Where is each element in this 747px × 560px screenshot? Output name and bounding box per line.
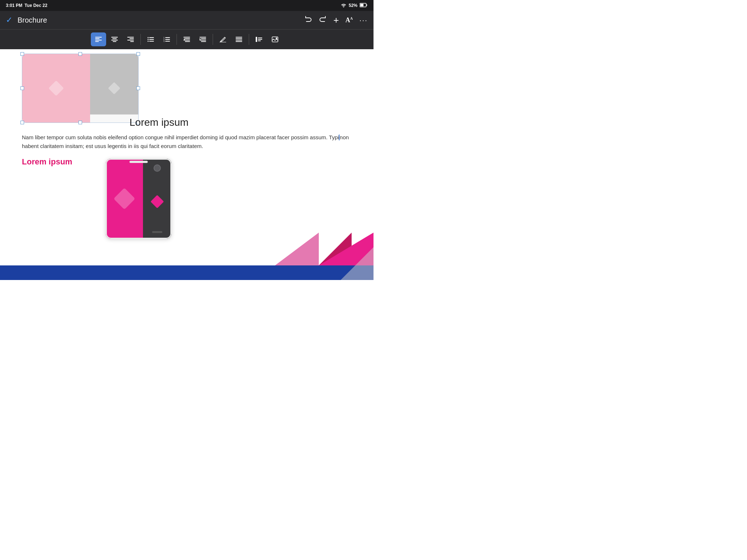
body-text-area[interactable]: Nam liber tempor cum soluta nobis eleife… <box>22 133 352 170</box>
phone-full-display <box>106 159 171 239</box>
svg-rect-10 <box>113 41 116 42</box>
toolbar-separator-3 <box>213 34 213 45</box>
svg-point-15 <box>148 37 149 38</box>
redo-button[interactable] <box>319 15 327 25</box>
image-button[interactable] <box>267 32 283 46</box>
status-left: 3:01 PM Tue Dec 22 <box>6 3 47 8</box>
svg-rect-45 <box>258 40 261 41</box>
toolbar-separator-2 <box>177 34 177 45</box>
svg-rect-20 <box>149 41 154 42</box>
svg-rect-6 <box>95 41 99 42</box>
phone-diamond-icon <box>113 188 135 209</box>
align-center-button[interactable] <box>107 32 122 46</box>
svg-rect-12 <box>129 38 134 39</box>
handle-top-right[interactable] <box>136 52 140 56</box>
body-paragraph: Nam liber tempor cum soluta nobis eleife… <box>22 133 352 151</box>
svg-rect-41 <box>236 41 242 42</box>
svg-rect-24 <box>165 39 170 40</box>
document-area[interactable]: Lorem ipsum Nam liber tempor cum soluta … <box>0 49 374 280</box>
svg-rect-2 <box>367 4 367 6</box>
pen-button[interactable] <box>215 32 231 46</box>
svg-point-47 <box>276 38 277 39</box>
undo-button[interactable] <box>304 15 312 25</box>
phone-speaker <box>152 231 162 233</box>
handle-bottom-left[interactable] <box>20 121 24 124</box>
status-right: 52% <box>341 3 368 8</box>
toolbar-separator-1 <box>140 34 141 45</box>
svg-rect-33 <box>201 38 206 39</box>
status-bar: 3:01 PM Tue Dec 22 52% <box>0 0 374 11</box>
handle-top-left[interactable] <box>20 52 24 56</box>
align-left-button[interactable] <box>91 32 106 46</box>
svg-marker-36 <box>200 38 201 40</box>
svg-rect-1 <box>360 4 364 6</box>
svg-rect-16 <box>149 37 154 38</box>
date: Tue Dec 22 <box>24 3 47 8</box>
svg-point-17 <box>148 39 149 40</box>
toolbar-separator-4 <box>249 34 249 45</box>
svg-rect-5 <box>95 40 102 40</box>
add-button[interactable]: + <box>333 15 339 26</box>
svg-rect-7 <box>111 37 118 38</box>
deco-blue-strip <box>0 265 374 280</box>
battery-icon <box>360 3 368 8</box>
svg-rect-40 <box>236 40 242 40</box>
document-title: Brochure <box>18 16 304 24</box>
decrease-indent-button[interactable] <box>179 32 194 46</box>
phone-camera <box>154 164 161 172</box>
svg-rect-42 <box>256 37 257 42</box>
svg-rect-43 <box>258 38 262 38</box>
svg-text:3.: 3. <box>163 40 165 42</box>
header-actions: + AA ··· <box>304 15 368 26</box>
svg-rect-38 <box>236 37 242 38</box>
handle-middle-left[interactable] <box>20 86 24 90</box>
bottom-decoration <box>0 244 374 280</box>
section-heading-lorem-ipsum: Lorem ipsum <box>22 157 352 167</box>
time: 3:01 PM <box>6 3 22 8</box>
block-quote-button[interactable] <box>251 32 267 46</box>
wifi-icon <box>341 3 347 8</box>
heading-lorem-ipsum: Lorem ipsum <box>129 117 189 128</box>
handle-bottom-middle[interactable] <box>78 121 82 124</box>
svg-rect-4 <box>95 38 100 39</box>
svg-point-19 <box>148 41 149 42</box>
svg-rect-32 <box>200 37 206 38</box>
svg-rect-3 <box>95 37 102 38</box>
phone-mockup-image-bottom <box>106 159 171 239</box>
svg-rect-30 <box>185 41 190 42</box>
numbered-list-button[interactable]: 1. 2. 3. <box>159 32 174 46</box>
phone-mockup-image-top <box>22 54 138 122</box>
check-button[interactable]: ✓ <box>6 15 12 25</box>
svg-rect-9 <box>111 40 118 40</box>
phone-top-notch <box>129 161 148 163</box>
increase-indent-button[interactable] <box>195 32 210 46</box>
header: ✓ Brochure + AA ··· <box>0 11 374 29</box>
svg-rect-27 <box>183 37 190 38</box>
handle-top-middle[interactable] <box>78 52 82 56</box>
paragraph-style-button[interactable] <box>231 32 247 46</box>
svg-rect-18 <box>149 39 154 40</box>
svg-rect-28 <box>185 38 190 39</box>
handle-middle-right[interactable] <box>136 86 140 90</box>
svg-rect-26 <box>165 41 170 42</box>
svg-marker-31 <box>183 38 185 40</box>
align-right-button[interactable] <box>123 32 138 46</box>
bullet-list-button[interactable] <box>143 32 158 46</box>
svg-rect-22 <box>165 37 170 38</box>
phone-dark-right <box>143 159 171 239</box>
svg-rect-11 <box>127 37 134 38</box>
text-cursor <box>339 135 340 141</box>
svg-rect-34 <box>200 40 206 40</box>
svg-rect-29 <box>183 40 190 40</box>
svg-rect-13 <box>127 40 134 40</box>
svg-rect-14 <box>130 41 134 42</box>
toolbar: 1. 2. 3. <box>0 29 374 49</box>
battery-text: 52% <box>349 3 357 8</box>
selected-image-block[interactable] <box>22 54 139 123</box>
svg-rect-44 <box>258 39 262 40</box>
svg-rect-39 <box>236 38 242 39</box>
svg-rect-35 <box>201 41 206 42</box>
font-button[interactable]: AA <box>345 16 353 24</box>
phone-left-panel <box>22 54 90 122</box>
more-button[interactable]: ··· <box>359 16 368 24</box>
